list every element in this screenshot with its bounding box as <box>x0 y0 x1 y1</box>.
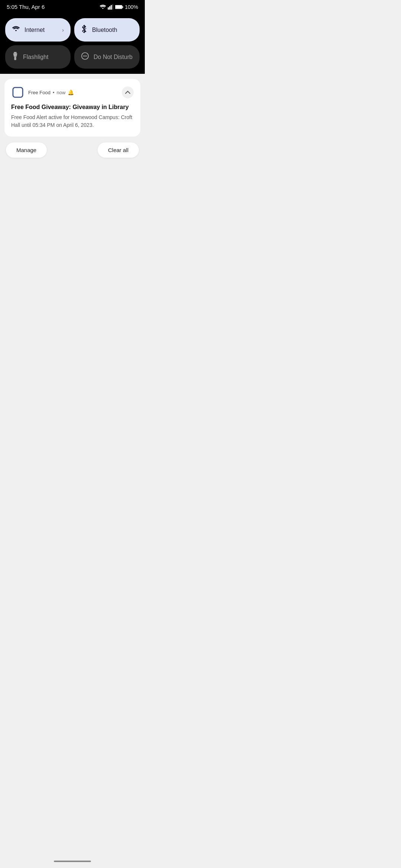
svg-rect-2 <box>111 5 112 9</box>
svg-rect-6 <box>122 6 123 8</box>
svg-rect-9 <box>14 52 16 53</box>
spacer <box>0 167 145 189</box>
signal-icon <box>108 4 114 10</box>
bluetooth-tile[interactable]: Bluetooth <box>74 18 140 42</box>
svg-rect-3 <box>112 4 113 10</box>
battery-icon <box>115 5 123 9</box>
bluetooth-qs-icon <box>81 25 88 35</box>
action-row: Manage Clear all <box>4 137 140 159</box>
notif-title: Free Food Giveaway: Giveaway in Library <box>11 103 134 111</box>
notif-app-name: Free Food <box>28 90 50 95</box>
flashlight-label: Flashlight <box>23 54 48 60</box>
wifi-icon <box>100 4 106 10</box>
svg-rect-10 <box>14 57 16 60</box>
quick-settings-panel: Internet › Bluetooth Flashlight <box>0 13 145 74</box>
notif-meta: Free Food • now 🔔 <box>28 89 74 95</box>
notification-area: Free Food • now 🔔 Free Food Giveaway: Gi… <box>0 74 145 167</box>
notif-body: Free Food Alert active for Homewood Camp… <box>11 114 134 129</box>
status-bar: 5:05 Thu, Apr 6 100% <box>0 0 145 13</box>
notif-separator: • <box>53 90 55 95</box>
dnd-tile[interactable]: Do Not Disturb <box>74 45 140 69</box>
status-time: 5:05 Thu, Apr 6 <box>7 4 45 10</box>
svg-rect-1 <box>109 6 110 9</box>
notification-header-left: Free Food • now 🔔 <box>11 86 74 99</box>
internet-label: Internet <box>25 27 45 33</box>
notification-header: Free Food • now 🔔 <box>11 86 134 99</box>
flashlight-tile[interactable]: Flashlight <box>5 45 71 69</box>
dnd-label: Do Not Disturb <box>94 54 133 60</box>
battery-pct: 100% <box>125 4 138 10</box>
svg-rect-5 <box>115 6 122 9</box>
manage-button[interactable]: Manage <box>6 142 47 158</box>
wifi-qs-icon <box>12 26 20 34</box>
status-icons: 100% <box>100 4 138 10</box>
notif-app-icon <box>11 86 25 99</box>
flashlight-qs-icon <box>12 52 19 62</box>
notif-bell-icon: 🔔 <box>68 89 74 95</box>
notif-time: now <box>57 90 66 95</box>
svg-rect-13 <box>13 88 23 97</box>
notification-card-freefood: Free Food • now 🔔 Free Food Giveaway: Gi… <box>4 79 140 137</box>
notif-expand-button[interactable] <box>122 86 134 98</box>
dnd-qs-icon <box>81 52 89 62</box>
svg-rect-0 <box>108 7 109 9</box>
internet-chevron-icon: › <box>62 27 64 33</box>
bluetooth-label: Bluetooth <box>92 27 117 33</box>
internet-tile[interactable]: Internet › <box>5 18 71 42</box>
clear-all-button[interactable]: Clear all <box>98 142 139 158</box>
